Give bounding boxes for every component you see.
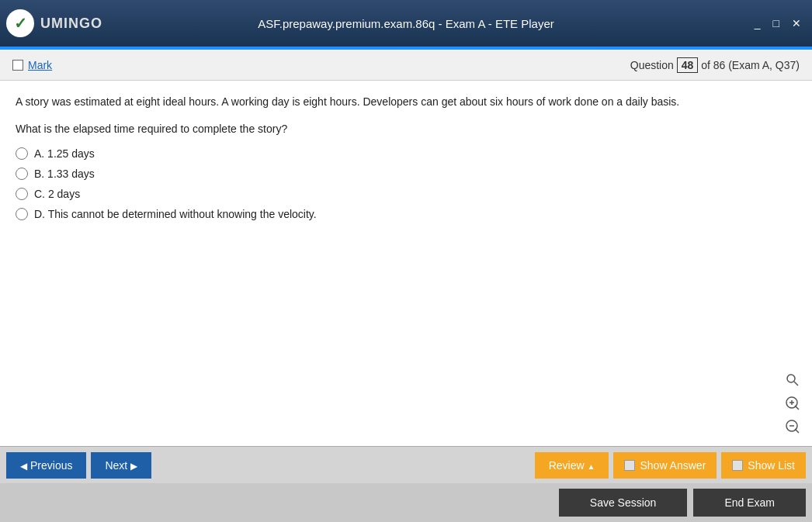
window-controls: _ □ ✕ — [750, 16, 806, 31]
option-b-text: B. 1.33 days — [34, 168, 95, 180]
logo-area: ✓ UMINGO — [6, 9, 102, 37]
show-answer-label: Show Answer — [640, 459, 706, 472]
close-button[interactable]: ✕ — [787, 16, 806, 31]
option-d-text: D. This cannot be determined without kno… — [34, 208, 317, 220]
list-checkbox-icon — [732, 460, 743, 471]
option-d[interactable]: D. This cannot be determined without kno… — [16, 208, 796, 220]
review-label: Review — [549, 459, 585, 472]
logo-text: UMINGO — [40, 16, 102, 32]
option-c-text: C. 2 days — [34, 188, 80, 200]
search-icon — [786, 373, 800, 387]
minimize-button[interactable]: _ — [750, 16, 765, 31]
question-text: A story was estimated at eight ideal hou… — [16, 93, 796, 110]
previous-label: Previous — [30, 459, 72, 472]
content-area: A story was estimated at eight ideal hou… — [0, 81, 812, 446]
next-button[interactable]: Next — [91, 452, 151, 479]
radio-d[interactable] — [16, 208, 28, 220]
review-arrow-icon — [588, 459, 595, 472]
zoom-controls — [783, 370, 803, 437]
zoom-out-icon — [785, 419, 800, 434]
options-list: A. 1.25 days B. 1.33 days C. 2 days D. T… — [16, 147, 796, 220]
next-arrow-icon — [130, 459, 137, 472]
mark-label[interactable]: Mark — [28, 59, 52, 71]
mark-area: Mark — [12, 59, 52, 71]
window-title: ASF.prepaway.premium.exam.86q - Exam A -… — [258, 17, 554, 30]
svg-line-1 — [794, 382, 798, 385]
radio-b[interactable] — [16, 168, 28, 180]
option-c[interactable]: C. 2 days — [16, 188, 796, 200]
option-a-text: A. 1.25 days — [34, 147, 95, 160]
svg-line-3 — [795, 406, 799, 410]
radio-a[interactable] — [16, 147, 28, 160]
save-session-button[interactable]: Save Session — [559, 489, 688, 517]
logo-checkmark: ✓ — [14, 14, 27, 33]
zoom-in-button[interactable] — [783, 393, 803, 413]
mark-checkbox[interactable] — [12, 60, 23, 71]
zoom-out-button[interactable] — [783, 417, 803, 437]
svg-point-0 — [787, 375, 795, 382]
show-answer-button[interactable]: Show Answer — [613, 452, 717, 479]
maximize-button[interactable]: □ — [769, 16, 784, 31]
previous-button[interactable]: Previous — [6, 452, 86, 479]
question-header: Mark Question 48 of 86 (Exam A, Q37) — [0, 50, 812, 81]
review-button[interactable]: Review — [535, 452, 609, 479]
zoom-in-icon — [785, 396, 800, 411]
question-of: of 86 (Exam A, Q37) — [701, 59, 800, 71]
radio-c[interactable] — [16, 188, 28, 200]
end-exam-button[interactable]: End Exam — [693, 489, 806, 517]
option-a[interactable]: A. 1.25 days — [16, 147, 796, 160]
previous-arrow-icon — [20, 459, 27, 472]
action-bar: Save Session End Exam — [0, 483, 812, 522]
question-label: Question — [630, 59, 674, 71]
title-bar: ✓ UMINGO ASF.prepaway.premium.exam.86q -… — [0, 0, 812, 47]
show-list-label: Show List — [748, 459, 795, 472]
option-b[interactable]: B. 1.33 days — [16, 168, 796, 180]
question-sub-text: What is the elapsed time required to com… — [16, 123, 796, 135]
bottom-nav: Previous Next Review Show Answer Show Li… — [0, 446, 812, 483]
svg-line-7 — [795, 429, 799, 433]
show-list-button[interactable]: Show List — [721, 452, 806, 479]
logo-circle: ✓ — [6, 9, 34, 37]
answer-checkbox-icon — [624, 460, 635, 471]
search-icon-button[interactable] — [783, 370, 803, 390]
question-number-area: Question 48 of 86 (Exam A, Q37) — [630, 57, 800, 73]
next-label: Next — [105, 459, 127, 472]
question-number-box: 48 — [677, 57, 699, 73]
